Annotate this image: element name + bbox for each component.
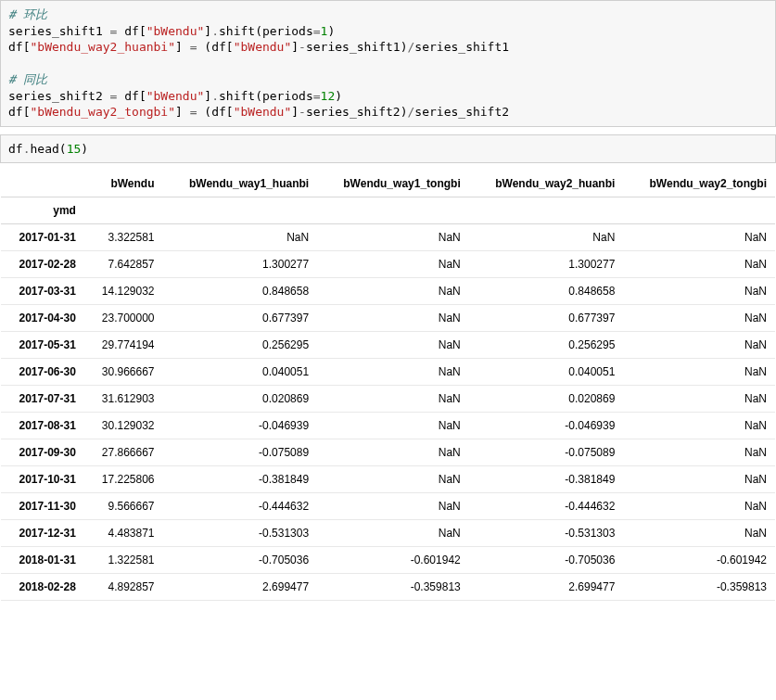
code-text: series_shift2) bbox=[306, 105, 408, 119]
table-row: 2018-02-284.8928572.699477-0.3598132.699… bbox=[1, 574, 775, 601]
cell-value: 27.866667 bbox=[84, 439, 163, 466]
code-text: shift(periods bbox=[219, 89, 313, 103]
index-name: ymd bbox=[1, 197, 84, 224]
cell-value: 30.129032 bbox=[84, 413, 163, 439]
table-row: 2017-11-309.566667-0.444632NaN-0.444632N… bbox=[1, 493, 775, 520]
row-index: 2017-03-31 bbox=[1, 278, 84, 305]
cell-value: -0.046939 bbox=[163, 413, 318, 439]
cell-value: NaN bbox=[317, 520, 469, 547]
code-text: series_shift2 bbox=[414, 105, 509, 119]
code-text: shift(periods bbox=[219, 24, 313, 38]
column-header: bWendu_way1_tongbi bbox=[317, 171, 469, 197]
cell-value: -0.705036 bbox=[469, 547, 624, 574]
cell-value: NaN bbox=[623, 386, 775, 413]
row-index: 2017-01-31 bbox=[1, 224, 84, 251]
table-row: 2017-04-3023.7000000.677397NaN0.677397Na… bbox=[1, 305, 775, 332]
row-index: 2017-11-30 bbox=[1, 493, 84, 520]
code-comment: # 同比 bbox=[8, 72, 47, 86]
code-text: series_shift1 bbox=[8, 24, 110, 38]
cell-value: NaN bbox=[317, 251, 469, 278]
code-text: ) bbox=[335, 89, 342, 103]
cell-value: -0.359813 bbox=[623, 574, 775, 601]
cell-value: 0.848658 bbox=[469, 278, 624, 305]
cell-value: NaN bbox=[317, 439, 469, 466]
row-index: 2017-07-31 bbox=[1, 386, 84, 413]
table-row: 2017-07-3131.6129030.020869NaN0.020869Na… bbox=[1, 386, 775, 413]
cell-value: NaN bbox=[623, 332, 775, 359]
cell-value: -0.381849 bbox=[163, 466, 318, 493]
cell-value: -0.046939 bbox=[469, 413, 624, 439]
code-cell-1: # 环比 series_shift1 = df["bWendu"].shift(… bbox=[0, 0, 776, 127]
cell-value: NaN bbox=[623, 278, 775, 305]
cell-value: NaN bbox=[623, 413, 775, 439]
index-corner bbox=[1, 171, 84, 197]
cell-value: 23.700000 bbox=[84, 305, 163, 332]
cell-value: -0.601942 bbox=[317, 547, 469, 574]
cell-value: NaN bbox=[317, 359, 469, 386]
cell-value: NaN bbox=[469, 224, 624, 251]
row-index: 2017-05-31 bbox=[1, 332, 84, 359]
code-number: 15 bbox=[67, 142, 82, 156]
table-row: 2017-08-3130.129032-0.046939NaN-0.046939… bbox=[1, 413, 775, 439]
dataframe-table: bWendu bWendu_way1_huanbi bWendu_way1_to… bbox=[1, 171, 775, 601]
column-header: bWendu_way2_huanbi bbox=[469, 171, 624, 197]
cell-value: NaN bbox=[317, 224, 469, 251]
code-text: df[ bbox=[117, 89, 146, 103]
row-index: 2017-04-30 bbox=[1, 305, 84, 332]
dataframe-output: bWendu bWendu_way1_huanbi bWendu_way1_to… bbox=[0, 171, 776, 601]
code-text: series_shift1 bbox=[414, 40, 509, 54]
cell-value: -0.359813 bbox=[317, 574, 469, 601]
cell-value: 2.699477 bbox=[469, 574, 624, 601]
code-text: df[ bbox=[8, 40, 30, 54]
cell-value: 4.892857 bbox=[84, 574, 163, 601]
cell-value: 9.566667 bbox=[84, 493, 163, 520]
code-text: df[ bbox=[8, 105, 30, 119]
cell-value: NaN bbox=[163, 224, 318, 251]
cell-value: NaN bbox=[623, 251, 775, 278]
code-op: = bbox=[190, 105, 197, 119]
code-text: ] bbox=[291, 40, 299, 54]
cell-value: -0.075089 bbox=[163, 439, 318, 466]
code-op: = bbox=[313, 89, 321, 103]
table-row: 2017-06-3030.9666670.040051NaN0.040051Na… bbox=[1, 359, 775, 386]
row-index: 2017-09-30 bbox=[1, 439, 84, 466]
row-index: 2017-08-31 bbox=[1, 413, 84, 439]
cell-value: NaN bbox=[623, 359, 775, 386]
cell-value: 0.256295 bbox=[469, 332, 624, 359]
cell-value: 2.699477 bbox=[163, 574, 318, 601]
code-text: (df[ bbox=[197, 40, 234, 54]
cell-value: 0.040051 bbox=[163, 359, 318, 386]
code-cell-2: df.head(15) bbox=[0, 134, 776, 164]
code-text: ] bbox=[291, 105, 299, 119]
cell-value: NaN bbox=[623, 466, 775, 493]
code-string: "bWendu_way2_tongbi" bbox=[30, 105, 175, 119]
cell-value: -0.444632 bbox=[469, 493, 624, 520]
row-index: 2017-02-28 bbox=[1, 251, 84, 278]
cell-value: 0.040051 bbox=[469, 359, 624, 386]
code-string: "bWendu" bbox=[146, 89, 205, 103]
cell-value: -0.444632 bbox=[163, 493, 318, 520]
cell-value: 4.483871 bbox=[84, 520, 163, 547]
cell-value: NaN bbox=[623, 305, 775, 332]
code-text: df bbox=[8, 142, 23, 156]
row-index: 2017-10-31 bbox=[1, 466, 84, 493]
code-op: . bbox=[211, 89, 219, 103]
table-row: 2017-12-314.483871-0.531303NaN-0.531303N… bbox=[1, 520, 775, 547]
code-op: - bbox=[299, 40, 306, 54]
cell-value: 0.677397 bbox=[469, 305, 624, 332]
cell-value: -0.381849 bbox=[469, 466, 624, 493]
cell-value: NaN bbox=[623, 493, 775, 520]
code-text: ] bbox=[204, 24, 211, 38]
cell-value: 14.129032 bbox=[84, 278, 163, 305]
cell-value: 17.225806 bbox=[84, 466, 163, 493]
cell-value: 29.774194 bbox=[84, 332, 163, 359]
code-text: ) bbox=[81, 142, 88, 156]
cell-value: 31.612903 bbox=[84, 386, 163, 413]
row-index: 2017-12-31 bbox=[1, 520, 84, 547]
cell-value: 1.300277 bbox=[469, 251, 624, 278]
cell-value: 1.300277 bbox=[163, 251, 318, 278]
table-row: 2018-01-311.322581-0.705036-0.601942-0.7… bbox=[1, 547, 775, 574]
code-string: "bWendu" bbox=[146, 24, 205, 38]
code-string: "bWendu_way2_huanbi" bbox=[30, 40, 175, 54]
cell-value: 0.020869 bbox=[469, 386, 624, 413]
